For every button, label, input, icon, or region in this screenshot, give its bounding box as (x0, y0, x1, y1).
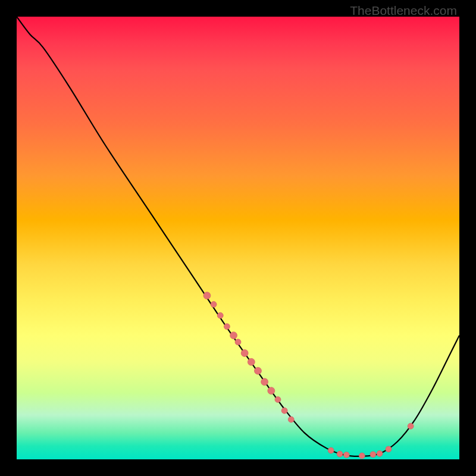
curve-dot (328, 447, 334, 453)
chart-container: TheBottleneck.com (0, 0, 476, 476)
curve-dot (275, 397, 281, 403)
curve-path (17, 17, 459, 456)
curve-dot (241, 349, 248, 356)
curve-dot (235, 339, 241, 345)
curve-dot (343, 452, 349, 458)
curve-dots-group (203, 292, 414, 459)
curve-dot (370, 452, 376, 458)
attribution-label: TheBottleneck.com (350, 4, 457, 18)
curve-dot (408, 423, 414, 429)
curve-dot (337, 451, 343, 457)
chart-svg (17, 17, 459, 459)
curve-dot (359, 453, 365, 459)
curve-dot (254, 367, 261, 374)
curve-dot (248, 358, 255, 365)
curve-dot (386, 446, 392, 452)
curve-dot (224, 324, 230, 330)
curve-dot (268, 387, 275, 394)
curve-dot (211, 302, 217, 308)
curve-dot (203, 292, 211, 299)
curve-dot (281, 408, 287, 414)
curve-dot (377, 450, 383, 456)
curve-dot (261, 378, 268, 386)
curve-dot (230, 332, 237, 339)
curve-dot (217, 312, 223, 318)
curve-line-group (17, 17, 459, 456)
curve-dot (288, 416, 294, 422)
